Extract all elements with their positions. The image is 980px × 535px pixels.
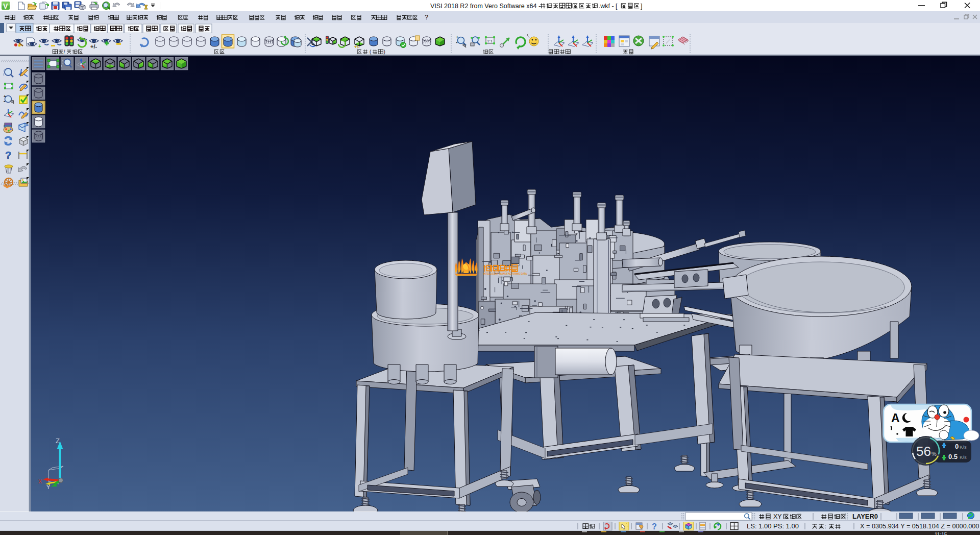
svg-text:INTELLIGENT MANUFACTURING DATA: INTELLIGENT MANUFACTURING DATA	[483, 273, 527, 275]
svg-text:LS: 1.00 PS: 1.00: LS: 1.00 PS: 1.00	[747, 522, 799, 530]
svg-text:Z: Z	[56, 437, 60, 445]
svg-text:X: X	[38, 478, 42, 484]
svg-text:0: 0	[955, 443, 959, 450]
svg-text:]: ]	[641, 3, 642, 10]
svg-text:.wkf - [: .wkf - [	[599, 3, 618, 10]
svg-text:+/-: +/-	[90, 43, 97, 50]
svg-text:-: -	[4, 98, 5, 104]
svg-text:XY: XY	[772, 513, 783, 520]
svg-text:): )	[383, 49, 385, 55]
svg-text:A: A	[891, 411, 900, 425]
svg-text::: :	[825, 523, 828, 530]
svg-text:LAYER0: LAYER0	[852, 513, 878, 520]
svg-text:%: %	[932, 451, 937, 457]
svg-text:Y: Y	[46, 484, 51, 490]
svg-text:?: ?	[5, 150, 11, 161]
svg-text:(: (	[368, 49, 372, 55]
svg-text:K/s: K/s	[960, 444, 967, 450]
svg-text:0.5: 0.5	[948, 453, 958, 460]
svg-text:?: ?	[652, 522, 657, 531]
svg-text:X = 0305.934 Y = 0518.104 Z =: X = 0305.934 Y = 0518.104 Z = 0000.000	[860, 523, 979, 530]
svg-text:K/s: K/s	[960, 454, 967, 460]
svg-text:?: ?	[425, 13, 428, 21]
svg-text:1:1: 1:1	[487, 39, 493, 43]
svg-text:+/-: +/-	[354, 44, 360, 50]
svg-text:VISI 2018 R2 from Vero Softwar: VISI 2018 R2 from Vero Software x64 -	[430, 3, 543, 10]
svg-text:V: V	[3, 2, 8, 10]
svg-text:11:15: 11:15	[935, 532, 947, 535]
svg-text:56: 56	[916, 444, 931, 459]
svg-text:/: /	[64, 49, 65, 55]
svg-text:-: -	[456, 39, 458, 45]
svg-text:+: +	[38, 43, 41, 49]
